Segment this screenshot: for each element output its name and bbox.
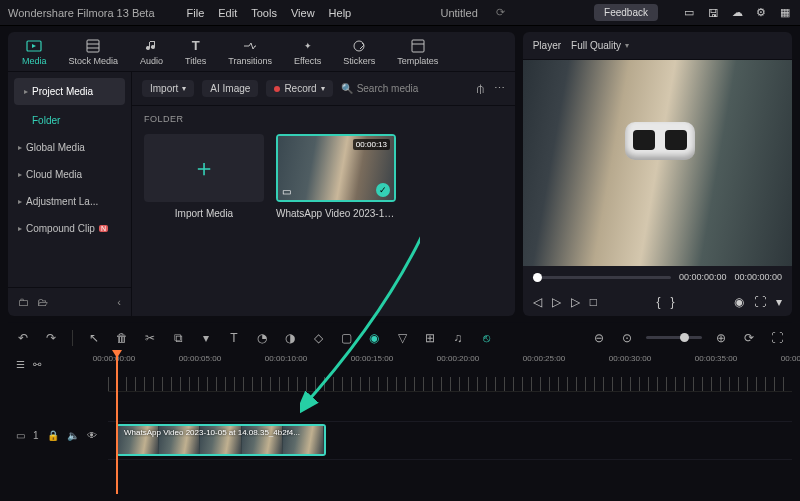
undo-button[interactable]: ↶: [14, 329, 32, 347]
link-icon[interactable]: ⚯: [33, 359, 41, 370]
snapshot-button[interactable]: ◉: [734, 295, 744, 309]
search-input[interactable]: 🔍 Search media: [341, 83, 467, 94]
lock-icon[interactable]: 🔒: [47, 430, 59, 441]
pointer-tool[interactable]: ↖: [85, 329, 103, 347]
menu-view[interactable]: View: [291, 7, 315, 19]
zoom-fit-button[interactable]: ⊙: [618, 329, 636, 347]
mark-in-button[interactable]: {: [656, 295, 660, 309]
media-icon: [26, 38, 42, 54]
quality-dropdown[interactable]: Full Quality ▾: [571, 40, 629, 51]
label: Import: [150, 83, 178, 94]
audio-button[interactable]: ♫: [449, 329, 467, 347]
sync-icon[interactable]: ⟳: [496, 6, 505, 19]
new-folder-alt-icon[interactable]: 🗁: [37, 296, 48, 308]
sidebar-folder[interactable]: Folder: [8, 107, 131, 134]
ruler-time: 00:00:25:00: [523, 354, 565, 363]
import-media-tile[interactable]: ＋ Import Media: [144, 134, 264, 219]
ai-image-button[interactable]: AI Image: [202, 80, 258, 97]
zoom-slider[interactable]: [646, 336, 702, 339]
render-button[interactable]: ⟳: [740, 329, 758, 347]
sidebar-global-media[interactable]: ▸ Global Media: [8, 134, 131, 161]
filter-icon[interactable]: ⫛: [475, 83, 486, 95]
new-folder-icon[interactable]: 🗀: [18, 296, 29, 308]
settings-icon[interactable]: ⚙: [754, 6, 768, 20]
play-button[interactable]: ▷: [552, 295, 561, 309]
menu-file[interactable]: File: [187, 7, 205, 19]
cloud-icon[interactable]: ☁: [730, 6, 744, 20]
preview-viewport[interactable]: [523, 60, 792, 266]
ruler-time: 00:00:30:00: [609, 354, 651, 363]
mixer-button[interactable]: ⎋: [477, 329, 495, 347]
import-dropdown[interactable]: Import ▾: [142, 80, 194, 97]
expand-button[interactable]: ⛶: [754, 295, 766, 309]
timeline-toolbar: ↶ ↷ ↖ 🗑 ✂ ⧉ ▾ T ◔ ◑ ◇ ▢ ◉ ▽ ⊞ ♫ ⎋ ⊖ ⊙ ⊕ …: [8, 322, 792, 352]
top-icons: ▭ 🖫 ☁ ⚙ ▦: [682, 6, 792, 20]
next-frame-button[interactable]: ▷: [571, 295, 580, 309]
tab-titles[interactable]: T Titles: [185, 38, 206, 66]
marker-button[interactable]: ▽: [393, 329, 411, 347]
zoom-in-button[interactable]: ⊕: [712, 329, 730, 347]
tab-media[interactable]: Media: [22, 38, 47, 66]
timeline-clip[interactable]: WhatsApp Video 2023-10-05 at 14.08.35_4b…: [116, 424, 326, 456]
menu-edit[interactable]: Edit: [218, 7, 237, 19]
monitor-icon[interactable]: ▭: [682, 6, 696, 20]
sidebar-compound-clip[interactable]: ▸ Compound Clip N: [8, 215, 131, 242]
fullscreen-button[interactable]: ⛶: [768, 329, 786, 347]
tab-stock-media[interactable]: Stock Media: [69, 38, 119, 66]
save-icon[interactable]: 🖫: [706, 6, 720, 20]
crop-button[interactable]: ⧉: [169, 329, 187, 347]
tab-stickers[interactable]: Stickers: [343, 38, 375, 66]
grid-icon[interactable]: ▦: [778, 6, 792, 20]
sidebar-project-media[interactable]: ▸ Project Media: [14, 78, 125, 105]
menu-help[interactable]: Help: [329, 7, 352, 19]
keyframe-button[interactable]: ◇: [309, 329, 327, 347]
sidebar-label: Adjustment La...: [26, 196, 98, 207]
media-panel: Media Stock Media Audio T Titles Transit…: [8, 32, 515, 316]
tab-effects[interactable]: ✦ Effects: [294, 38, 321, 66]
text-button[interactable]: T: [225, 329, 243, 347]
collapse-icon[interactable]: ‹: [117, 296, 121, 308]
tile-label: WhatsApp Video 2023-10-05...: [276, 208, 396, 219]
tool-button[interactable]: ⊞: [421, 329, 439, 347]
ai-button[interactable]: ◉: [365, 329, 383, 347]
mark-out-button[interactable]: }: [670, 295, 674, 309]
tracks-icon[interactable]: ☰: [16, 359, 25, 370]
redo-button[interactable]: ↷: [42, 329, 60, 347]
record-dropdown[interactable]: Record ▾: [266, 80, 332, 97]
playhead[interactable]: [116, 352, 118, 494]
sidebar-cloud-media[interactable]: ▸ Cloud Media: [8, 161, 131, 188]
dropdown-button[interactable]: ▾: [197, 329, 215, 347]
time-ruler[interactable]: 00:00:00:0000:00:05:0000:00:10:0000:00:1…: [108, 352, 792, 392]
video-track-row[interactable]: WhatsApp Video 2023-10-05 at 14.08.35_4b…: [108, 422, 792, 460]
search-icon: 🔍: [341, 83, 353, 94]
media-content: Import ▾ AI Image Record ▾ 🔍 Search medi…: [132, 72, 515, 316]
track-number: 1: [33, 430, 39, 441]
speed-button[interactable]: ◔: [253, 329, 271, 347]
prev-frame-button[interactable]: ◁: [533, 295, 542, 309]
tab-templates[interactable]: Templates: [397, 38, 438, 66]
delete-button[interactable]: 🗑: [113, 329, 131, 347]
feedback-button[interactable]: Feedback: [594, 4, 658, 21]
video-icon: ▭: [16, 430, 25, 441]
document-title[interactable]: Untitled: [441, 7, 478, 19]
ruler-time: 00:00:00:00: [93, 354, 135, 363]
zoom-out-button[interactable]: ⊖: [590, 329, 608, 347]
sidebar-label: Folder: [32, 115, 60, 126]
eye-icon[interactable]: 👁: [87, 430, 97, 441]
green-screen-button[interactable]: ▢: [337, 329, 355, 347]
folder-heading: FOLDER: [132, 106, 515, 128]
video-track-header[interactable]: ▭ 1 🔒 🔈 👁: [8, 416, 108, 454]
color-button[interactable]: ◑: [281, 329, 299, 347]
split-button[interactable]: ✂: [141, 329, 159, 347]
player-settings-button[interactable]: ▾: [776, 295, 782, 309]
mute-icon[interactable]: 🔈: [67, 430, 79, 441]
stop-button[interactable]: □: [590, 295, 597, 309]
tab-audio[interactable]: Audio: [140, 38, 163, 66]
media-clip-tile[interactable]: 00:00:13 ▭ ✓ WhatsApp Video 2023-10-05..…: [276, 134, 396, 219]
tab-transitions[interactable]: Transitions: [228, 38, 272, 66]
menu-tools[interactable]: Tools: [251, 7, 277, 19]
sidebar-adjustment-layer[interactable]: ▸ Adjustment La...: [8, 188, 131, 215]
scrub-slider[interactable]: [533, 276, 671, 279]
timeline-tracks[interactable]: 00:00:00:0000:00:05:0000:00:10:0000:00:1…: [108, 352, 792, 494]
more-icon[interactable]: ⋯: [494, 82, 505, 95]
